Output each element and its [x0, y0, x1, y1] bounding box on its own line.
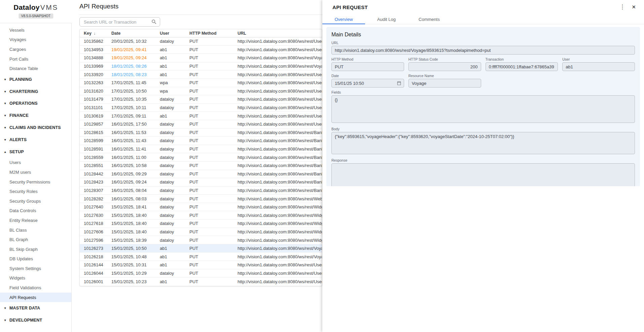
cell-url: http://vision1.dataloy.com:8080/ws/rest/… [238, 221, 322, 226]
sidebar-item-m2m-users[interactable]: M2M users [0, 167, 71, 177]
cell-key: 10134888 [80, 55, 111, 60]
sidebar-item-data-controls[interactable]: Data Controls [0, 206, 71, 216]
response-textarea[interactable] [331, 163, 635, 186]
table-row[interactable]: 1013162017/01/2025, 10:50wpaPUThttp://vi… [80, 87, 322, 96]
table-row[interactable]: 1013392018/01/2025, 08:23ab1PUThttp://vi… [80, 70, 322, 79]
table-row[interactable]: 1012842316/01/2025, 09:24dataloyPUThttp:… [80, 178, 322, 187]
table-row[interactable]: 1013495319/01/2025, 09:41ab1PUThttp://vi… [80, 46, 322, 54]
resource-name-input[interactable] [408, 79, 481, 88]
more-options-icon[interactable]: ⋮ [618, 4, 627, 10]
table-row[interactable]: 1012604415/01/2025, 10:29dataloyPUThttp:… [80, 269, 322, 278]
close-icon[interactable]: ✕ [630, 4, 637, 10]
table-row[interactable]: 1012859116/01/2025, 11:41dataloyPUThttp:… [80, 145, 322, 154]
cell-user: dataloy [160, 97, 189, 102]
cell-url: http://vision1.dataloy.com:8080/ws/rest/… [238, 171, 322, 176]
sidebar-group-development[interactable]: ▾DEVELOPMENT [0, 314, 71, 326]
table-row[interactable]: 1013396918/01/2025, 08:26ab1PUThttp://vi… [80, 62, 322, 71]
sidebar-item-users[interactable]: Users [0, 158, 71, 168]
table-row[interactable]: 1012855916/01/2025, 11:00dataloyPUThttp:… [80, 153, 322, 162]
body-field: Body {"key":8593615,"voyageHeader":{"key… [331, 127, 635, 156]
sidebar-item-system-settings[interactable]: System Settings [0, 264, 71, 273]
sidebar-group-operations[interactable]: ▾OPERATIONS [0, 98, 71, 110]
cell-date: 15/01/2025, 18:40 [111, 213, 160, 218]
transaction-input[interactable] [486, 62, 558, 71]
table-row[interactable]: 1012761815/01/2025, 18:40dataloyPUThttp:… [80, 220, 322, 228]
column-header-http-method[interactable]: HTTP Method [189, 31, 238, 36]
sidebar-item-security-roles[interactable]: Security Roles [0, 187, 71, 196]
table-row[interactable]: 1013110117/01/2025, 10:11dataloyPUThttp:… [80, 104, 322, 112]
table-row[interactable]: 1013488819/01/2025, 09:24ab1PUThttp://vi… [80, 54, 322, 62]
sidebar-group-claims-and-incidents[interactable]: ▾CLAIMS AND INCIDENTS [0, 122, 71, 134]
version-badge: V8.5.0-SNAPSHOT [19, 13, 53, 19]
search-icon[interactable] [151, 19, 157, 25]
table-row[interactable]: 1012627315/01/2025, 10:50ab1PUThttp://vi… [80, 244, 322, 253]
table-row[interactable]: 1012985716/01/2025, 17:50dataloyPUThttp:… [80, 120, 322, 129]
table-row[interactable]: 1012830716/01/2025, 08:04dataloyPUThttp:… [80, 187, 322, 195]
sidebar-item-db-updates[interactable]: DB Updates [0, 254, 71, 264]
table-row[interactable]: 1013061917/01/2025, 09:11ab1PUThttp://vi… [80, 112, 322, 120]
search-input[interactable] [83, 19, 151, 25]
cell-method: PUT [189, 64, 238, 69]
sidebar-item-label: Field Validations [9, 285, 41, 290]
fields-textarea[interactable]: {} [331, 95, 635, 123]
sidebar-item-bl-graph[interactable]: BL Graph [0, 235, 71, 244]
sidebar-item-vessels[interactable]: Vessels [0, 25, 71, 35]
sidebar-item-api-requests[interactable]: API Requests [0, 293, 71, 302]
sidebar-item-field-validations[interactable]: Field Validations [0, 283, 71, 293]
sidebar-item-security-permissions[interactable]: Security Permissions [0, 177, 71, 187]
table-row[interactable]: 1013147917/01/2025, 10:35dataloyPUThttp:… [80, 95, 322, 104]
sidebar-item-port-calls[interactable]: Port Calls [0, 54, 71, 64]
table-row[interactable]: 1012600115/01/2025, 10:23ab1PUThttp://vi… [80, 277, 322, 286]
table-row[interactable]: 1012763015/01/2025, 18:40dataloyPUThttp:… [80, 211, 322, 220]
sidebar-item-widgets[interactable]: Widgets [0, 273, 71, 283]
table-row[interactable]: 1012621815/01/2025, 10:48ab1PUThttp://vi… [80, 253, 322, 261]
table-row[interactable]: 1012828216/01/2025, 08:03dataloyPUThttp:… [80, 195, 322, 203]
sidebar-group-master-data[interactable]: ▾MASTER DATA [0, 302, 71, 314]
sidebar-group-finance[interactable]: ▾FINANCE [0, 109, 71, 122]
sidebar-item-distance-table[interactable]: Distance Table [0, 64, 71, 73]
date-input[interactable] [331, 79, 404, 88]
column-header-date[interactable]: Date [111, 31, 160, 36]
table-row[interactable]: 1012760615/01/2025, 18:40dataloyPUThttp:… [80, 228, 322, 236]
body-textarea[interactable]: {"key":8593615,"voyageHeader":{"key":859… [331, 132, 635, 154]
table-row[interactable]: 1012844216/01/2025, 09:29dataloyPUThttp:… [80, 170, 322, 178]
cell-key: 10128615 [80, 130, 111, 135]
sidebar-group-planning[interactable]: ▾PLANNING [0, 73, 71, 86]
user-input[interactable] [562, 62, 635, 71]
sidebar-item-bl-skip-graph[interactable]: BL Skip Graph [0, 244, 71, 254]
sidebar-item-voyages[interactable]: Voyages [0, 35, 71, 45]
table-row[interactable]: 1013586220/01/2025, 10:32dataloyPUThttp:… [80, 37, 322, 46]
cell-date: 18/01/2025, 08:23 [111, 72, 160, 77]
cell-key: 10128282 [80, 196, 111, 201]
sidebar-item-bl-class[interactable]: BL Class [0, 225, 71, 235]
table-row[interactable]: 1013226317/01/2025, 11:45wpaPUThttp://vi… [80, 79, 322, 87]
tab-overview[interactable]: Overview [322, 15, 365, 24]
cell-date: 15/01/2025, 18:40 [111, 229, 160, 234]
cell-date: 20/01/2025, 10:32 [111, 39, 160, 44]
sidebar-group-chartering[interactable]: ▾CHARTERING [0, 86, 71, 98]
http-method-input[interactable] [331, 62, 404, 71]
sidebar-item-cargoes[interactable]: Cargoes [0, 44, 71, 54]
url-input[interactable] [331, 46, 635, 55]
tab-audit-log[interactable]: Audit Log [365, 15, 408, 24]
table-row[interactable]: 1012614415/01/2025, 10:31ab1PUThttp://vi… [80, 261, 322, 269]
table-row[interactable]: 1012861516/01/2025, 11:53dataloyPUThttp:… [80, 129, 322, 137]
tab-comments[interactable]: Comments [408, 15, 451, 24]
cell-key: 10132263 [80, 80, 111, 85]
sidebar-item-entity-release[interactable]: Entity Release [0, 215, 71, 225]
sidebar-group-alerts[interactable]: ▾ALERTS [0, 134, 71, 146]
calendar-icon[interactable] [397, 81, 401, 86]
http-status-code-input[interactable] [408, 62, 481, 71]
table-row[interactable]: 1012759615/01/2025, 18:39dataloyPUThttp:… [80, 236, 322, 244]
sidebar-group-label: DEVELOPMENT [9, 318, 42, 323]
panel-tabs: OverviewAudit LogComments [322, 15, 644, 24]
sidebar-group-setup[interactable]: ▴SETUP [0, 146, 71, 158]
app-logo[interactable]: DataloyVMS [0, 3, 72, 11]
column-header-user[interactable]: User [160, 31, 189, 36]
sidebar-item-security-groups[interactable]: Security Groups [0, 196, 71, 206]
column-header-key[interactable]: Key↓ [80, 31, 111, 36]
table-row[interactable]: 1012764015/01/2025, 18:41dataloyPUThttp:… [80, 203, 322, 211]
column-header-url[interactable]: URL [238, 31, 322, 36]
table-row[interactable]: 1012855116/01/2025, 10:58dataloyPUThttp:… [80, 162, 322, 170]
table-row[interactable]: 1012859916/01/2025, 11:43dataloyPUThttp:… [80, 137, 322, 145]
